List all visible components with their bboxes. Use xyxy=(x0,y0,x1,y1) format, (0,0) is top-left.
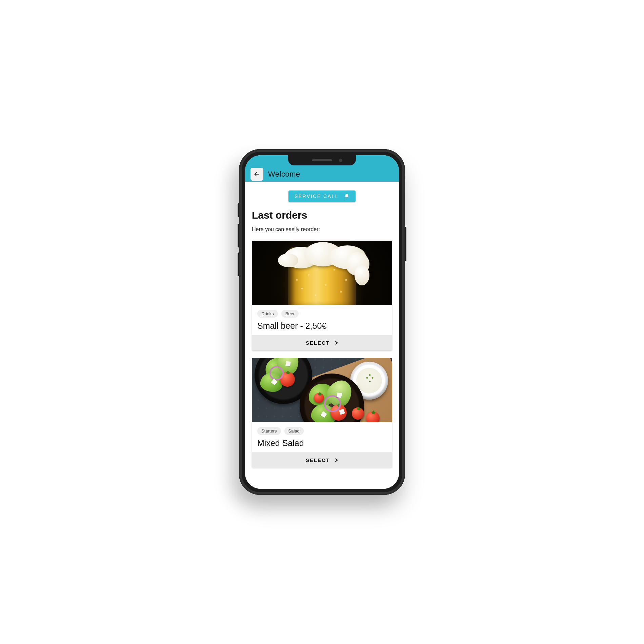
chevron-right-icon xyxy=(335,341,338,345)
camera-icon xyxy=(339,159,342,162)
order-tag[interactable]: Drinks xyxy=(257,310,278,318)
bell-icon xyxy=(344,194,349,199)
arrow-left-icon xyxy=(254,171,260,178)
select-button[interactable]: SELECT xyxy=(252,335,392,350)
order-tag[interactable]: Salad xyxy=(284,427,304,435)
phone-side-button xyxy=(238,253,239,276)
section-heading: Last orders xyxy=(252,209,392,221)
speaker-icon xyxy=(312,159,332,161)
phone-side-button xyxy=(238,224,239,247)
phone-notch xyxy=(288,155,356,165)
page-title: Welcome xyxy=(268,170,300,179)
select-label: SELECT xyxy=(306,340,330,346)
section-subtext: Here you can easily reorder: xyxy=(252,226,392,233)
order-tag[interactable]: Starters xyxy=(257,427,281,435)
chevron-right-icon xyxy=(335,458,338,462)
content-area[interactable]: SERVICE CALL Last orders Here you can ea… xyxy=(245,182,399,489)
order-image-beer xyxy=(252,241,392,305)
order-tag[interactable]: Beer xyxy=(281,310,299,318)
order-card: Starters Salad Mixed Salad SELECT xyxy=(252,358,392,468)
phone-side-button xyxy=(238,203,239,217)
phone-frame: Welcome SERVICE CALL Last orders Here yo… xyxy=(239,149,405,495)
order-title: Mixed Salad xyxy=(257,438,387,448)
select-label: SELECT xyxy=(306,457,330,463)
order-title: Small beer - 2,50€ xyxy=(257,321,387,331)
back-button[interactable] xyxy=(250,168,263,181)
select-button[interactable]: SELECT xyxy=(252,452,392,468)
service-call-label: SERVICE CALL xyxy=(295,194,339,199)
order-image-salad xyxy=(252,358,392,422)
order-card: Drinks Beer Small beer - 2,50€ SELECT xyxy=(252,241,392,350)
service-call-button[interactable]: SERVICE CALL xyxy=(288,190,356,202)
phone-side-button xyxy=(405,227,406,261)
phone-screen: Welcome SERVICE CALL Last orders Here yo… xyxy=(245,155,399,489)
